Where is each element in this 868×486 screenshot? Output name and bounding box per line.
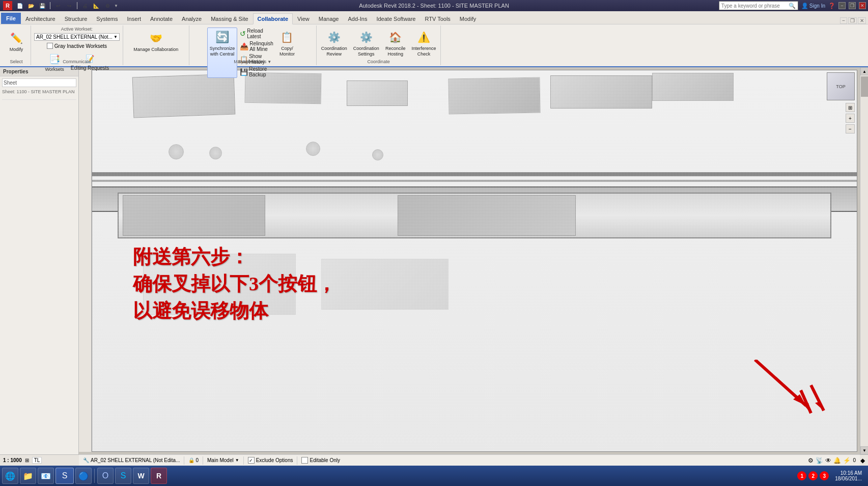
close-btn[interactable]: ✕ (859, 2, 866, 9)
title-bar: R 📄 📂 💾 ↩ ↪ 🖨 📐 ⚙ ▼ Autodesk Revit 2018.… (0, 0, 868, 11)
status-icon-2[interactable]: 📡 (816, 457, 823, 464)
win-taskbar: 🌐 📁 📧 S 🔵 O S W R 1 2 3 10:16 AM 18/06/2… (0, 466, 868, 486)
tab-manage[interactable]: Manage (314, 13, 344, 24)
taskbar-btn-task4[interactable]: S (55, 468, 74, 484)
taskbar-btn-outlook[interactable]: O (97, 468, 114, 484)
relinquish-btn[interactable]: 📤 RelinquishAll Mine (238, 40, 275, 52)
drawing-area[interactable]: 附送第六步： 确保叉掉以下3个按钮， 以避免误移物体 (92, 70, 857, 452)
reload-latest-btn[interactable]: ↺ ReloadLatest (238, 28, 275, 40)
manage-collab-label: Manage Collaboration (133, 47, 178, 52)
tab-file[interactable]: File (1, 13, 21, 24)
editable-cb[interactable] (301, 457, 308, 464)
measure-btn[interactable]: 📐 (92, 1, 101, 10)
exclude-cb[interactable]: ✓ (248, 457, 255, 464)
ribbon-minimize[interactable]: − (840, 17, 847, 24)
exclude-options-checkbox[interactable]: ✓ Exclude Options (248, 457, 293, 464)
tab-insert[interactable]: Insert (122, 13, 146, 24)
view-cube-area[interactable]: TOP (827, 72, 855, 100)
modify-button[interactable]: ✏️ Modify (5, 29, 27, 53)
tab-analyze[interactable]: Analyze (177, 13, 206, 24)
notify-1[interactable]: 1 (797, 471, 806, 480)
view-scale-btn[interactable]: ⊞ (25, 457, 29, 463)
right-scrollbar[interactable]: ▲ ▼ (860, 67, 868, 454)
redo-btn[interactable]: ↪ (65, 1, 74, 10)
search-bar[interactable]: 🔍 (719, 1, 798, 10)
tab-addins[interactable]: Add-Ins (344, 13, 372, 24)
tab-massing[interactable]: Massing & Site (206, 13, 253, 24)
synchronize-label: Synchronize (187, 59, 314, 64)
status-icon-3[interactable]: 👁 (825, 457, 831, 464)
tab-annotate[interactable]: Annotate (146, 13, 177, 24)
tab-rtv[interactable]: RTV Tools (420, 13, 455, 24)
app-close[interactable]: ✕ (858, 17, 866, 24)
notify-2[interactable]: 2 (808, 471, 818, 480)
zoom-out-btn[interactable]: − (846, 124, 855, 133)
taskbar-btn-task3[interactable]: 📧 (38, 468, 54, 484)
tab-view[interactable]: View (293, 13, 314, 24)
minimize-btn[interactable]: − (838, 2, 846, 9)
scroll-thumb[interactable] (861, 76, 868, 97)
status-icon-4[interactable]: 🔔 (833, 457, 841, 464)
thin-lines-btn[interactable]: TL (32, 457, 42, 464)
scroll-down-btn[interactable]: ▼ (860, 446, 868, 454)
settings-btn[interactable]: ⚙ (103, 1, 112, 10)
taskbar-btn-explorer[interactable]: 📁 (20, 468, 36, 484)
window-title: Autodesk Revit 2018.2 - Sheet: 1100 - SI… (359, 3, 509, 9)
workset-dropdown-row: AR_02 SHELL EXTERNAL (Not... ▼ (34, 33, 120, 41)
taskbar-btn-word[interactable]: W (133, 468, 149, 484)
tree-2 (209, 147, 222, 159)
help-btn[interactable]: ❓ (828, 3, 835, 9)
notify-3[interactable]: 3 (820, 471, 829, 480)
reconcile-hosting-btn[interactable]: 🏠 ReconcileHosting (383, 28, 408, 59)
relinquish-label: RelinquishAll Mine (249, 41, 273, 52)
status-icon-1[interactable]: ⚙ (808, 457, 814, 464)
interference-icon: ⚠️ (415, 29, 432, 45)
restore-btn[interactable]: ❐ (849, 2, 856, 9)
open-btn[interactable]: 📂 (26, 1, 36, 10)
undo-btn[interactable]: ↩ (53, 1, 63, 10)
coordination-review-btn[interactable]: ⚙️ CoordinationReview (319, 28, 350, 59)
editable-only-checkbox[interactable]: Editable Only (301, 457, 340, 464)
interference-check-btn[interactable]: ⚠️ InterferenceCheck (409, 28, 438, 59)
model-name: Main Model (207, 457, 234, 463)
tab-ideate[interactable]: Ideate Software (372, 13, 420, 24)
status-workset-area[interactable]: 🔧 AR_02 SHELL EXTERNAL (Not Edita... (83, 457, 180, 463)
search-input[interactable] (721, 3, 788, 9)
restore-backup-btn[interactable]: 💾 RestoreBackup (238, 66, 275, 78)
status-icon-5[interactable]: ⚡ (843, 457, 851, 464)
tab-systems[interactable]: Systems (92, 13, 122, 24)
taskbar-btn-ie[interactable]: 🌐 (2, 468, 18, 484)
scale-display: 1 : 1000 (3, 457, 22, 463)
revit-logo[interactable]: R (3, 1, 12, 10)
scroll-up-btn[interactable]: ▲ (860, 67, 868, 75)
lock-status[interactable]: 🔒 0 (188, 457, 199, 463)
taskbar-btn-chrome[interactable]: 🔵 (75, 468, 92, 484)
copy-monitor-btn[interactable]: 📋 Copy/Monitor (276, 28, 298, 78)
workset-dropdown[interactable]: AR_02 SHELL EXTERNAL (Not... ▼ (34, 33, 120, 41)
sync-with-central-btn[interactable]: 🔄 Synchronizewith Central (207, 28, 238, 78)
main-canvas[interactable]: 附送第六步： 确保叉掉以下3个按钮， 以避免误移物体 TOP ⊞ + − (79, 67, 860, 454)
zoom-fit-btn[interactable]: ⊞ (846, 103, 855, 112)
taskbar-btn-revit[interactable]: R (151, 468, 167, 484)
manage-collab-btn[interactable]: 🤝 Manage Collaboration (130, 29, 181, 53)
tab-architecture[interactable]: Architecture (21, 13, 60, 24)
sign-in-link[interactable]: Sign In (809, 3, 825, 9)
gray-inactive-checkbox[interactable] (47, 43, 53, 49)
dropdown-arrow[interactable]: ▼ (114, 4, 118, 8)
tab-collaborate[interactable]: Collaborate (253, 13, 293, 24)
save-btn[interactable]: 💾 (38, 1, 47, 10)
tab-structure[interactable]: Structure (60, 13, 92, 24)
print-btn[interactable]: 🖨 (80, 1, 90, 10)
new-btn[interactable]: 📄 (15, 1, 24, 10)
model-name-area[interactable]: Main Model ▼ (207, 457, 239, 463)
realistic-btn[interactable]: ◆ (860, 457, 865, 464)
coordination-settings-btn[interactable]: ⚙️ CoordinationSettings (351, 28, 382, 59)
tab-modify[interactable]: Modify (455, 13, 481, 24)
app-restore[interactable]: ❐ (848, 17, 857, 24)
copy-monitor-icon: 📋 (279, 29, 295, 45)
group-worksets: Active Workset: AR_02 SHELL EXTERNAL (No… (31, 25, 123, 65)
title-left: R 📄 📂 💾 ↩ ↪ 🖨 📐 ⚙ ▼ (2, 0, 118, 11)
taskbar-time: 10:16 AM (835, 470, 862, 476)
taskbar-btn-skype[interactable]: S (115, 468, 131, 484)
zoom-in-btn[interactable]: + (846, 114, 855, 123)
